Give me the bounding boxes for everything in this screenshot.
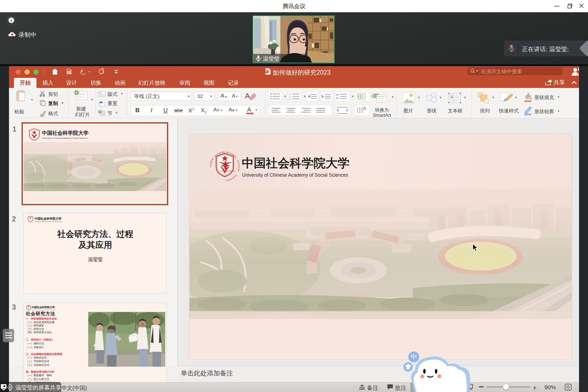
svg-text:P: P	[265, 70, 267, 73]
svg-text:▼: ▼	[351, 95, 354, 98]
svg-text:▼: ▼	[284, 95, 287, 98]
svg-text:1: 1	[289, 93, 290, 95]
svg-text:▼: ▼	[303, 95, 306, 98]
svg-text:A: A	[245, 92, 250, 100]
svg-text:中国社会科学院大学: 中国社会科学院大学	[35, 217, 62, 220]
svg-text:University of Chinese Academy: University of Chinese Academy of Social …	[42, 137, 87, 139]
svg-text:中国社会科学院大学: 中国社会科学院大学	[220, 170, 235, 172]
svg-text:中国社会科学院大学: 中国社会科学院大学	[32, 306, 55, 309]
svg-text:A: A	[363, 106, 366, 111]
svg-text:3: 3	[289, 98, 290, 100]
svg-text:中国社会科学院大学: 中国社会科学院大学	[42, 130, 88, 136]
svg-text:A: A	[451, 95, 453, 99]
svg-text:University of Chinese Academy: University of Chinese Academy of Social …	[35, 221, 62, 222]
svg-text:- 2017 -: - 2017 -	[223, 173, 228, 174]
svg-text:中: 中	[411, 353, 417, 360]
